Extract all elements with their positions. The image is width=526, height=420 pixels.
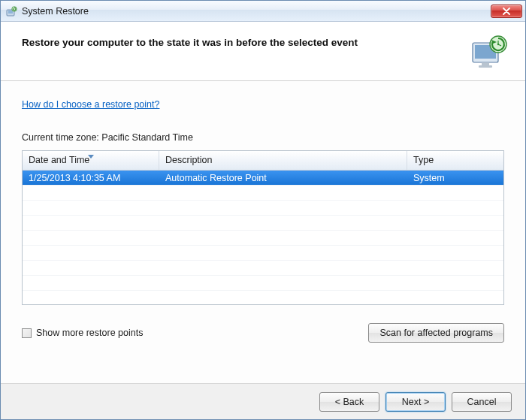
wizard-content: How do I choose a restore point? Current… bbox=[1, 81, 525, 383]
empty-row bbox=[23, 186, 503, 201]
cancel-button[interactable]: Cancel bbox=[452, 392, 512, 412]
empty-row bbox=[23, 201, 503, 216]
svg-rect-1 bbox=[8, 11, 13, 14]
column-header-description[interactable]: Description bbox=[159, 151, 407, 170]
empty-row bbox=[23, 261, 503, 276]
window-title: System Restore bbox=[22, 6, 491, 17]
table-footer-controls: Show more restore points Scan for affect… bbox=[22, 305, 504, 356]
column-header-label: Description bbox=[165, 155, 213, 165]
scan-affected-button[interactable]: Scan for affected programs bbox=[368, 323, 504, 343]
restore-monitor-icon bbox=[468, 34, 510, 70]
back-button[interactable]: < Back bbox=[319, 392, 379, 412]
svg-rect-6 bbox=[479, 65, 492, 68]
table-body: 1/25/2013 4:10:35 AM Automatic Restore P… bbox=[23, 171, 503, 304]
close-icon bbox=[502, 8, 511, 15]
sort-indicator-icon bbox=[88, 150, 94, 161]
next-button[interactable]: Next > bbox=[385, 392, 446, 412]
wizard-header: Restore your computer to the state it wa… bbox=[1, 22, 525, 81]
empty-row bbox=[23, 291, 503, 304]
svg-rect-5 bbox=[482, 62, 489, 65]
page-heading: Restore your computer to the state it wa… bbox=[22, 34, 468, 48]
empty-row bbox=[23, 276, 503, 291]
table-row[interactable]: 1/25/2013 4:10:35 AM Automatic Restore P… bbox=[23, 171, 503, 186]
column-header-date[interactable]: Date and Time bbox=[23, 151, 159, 170]
system-restore-window: System Restore Restore your computer to … bbox=[0, 0, 526, 420]
close-button[interactable] bbox=[491, 5, 522, 18]
restore-points-table: Date and Time Description Type 1/25/2013… bbox=[22, 150, 504, 305]
empty-row bbox=[23, 246, 503, 261]
cell-date: 1/25/2013 4:10:35 AM bbox=[23, 171, 159, 185]
table-header-row: Date and Time Description Type bbox=[23, 151, 503, 171]
help-link[interactable]: How do I choose a restore point? bbox=[22, 99, 504, 110]
column-header-label: Date and Time bbox=[29, 155, 89, 165]
wizard-footer: < Back Next > Cancel bbox=[1, 383, 525, 419]
titlebar: System Restore bbox=[1, 1, 525, 22]
cell-type: System bbox=[407, 171, 503, 185]
empty-row bbox=[23, 216, 503, 231]
column-header-label: Type bbox=[413, 155, 434, 165]
column-header-type[interactable]: Type bbox=[407, 151, 503, 170]
cell-description: Automatic Restore Point bbox=[159, 171, 407, 185]
system-restore-icon bbox=[5, 5, 17, 17]
empty-row bbox=[23, 231, 503, 246]
checkbox-label: Show more restore points bbox=[36, 328, 143, 338]
show-more-checkbox[interactable]: Show more restore points bbox=[22, 328, 143, 338]
checkbox-box bbox=[22, 328, 32, 338]
timezone-label: Current time zone: Pacific Standard Time bbox=[22, 132, 504, 143]
